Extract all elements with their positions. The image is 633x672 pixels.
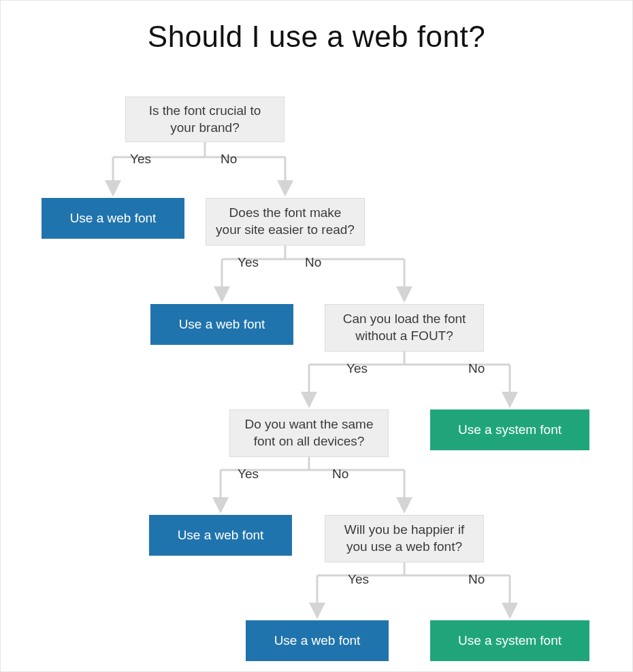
terminal-web-font-1: Use a web font [42, 198, 184, 239]
question-fout: Can you load the font without a FOUT? [325, 304, 484, 352]
edge-label-no: No [221, 152, 237, 167]
question-brand-crucial: Is the font crucial to your brand? [125, 97, 285, 142]
terminal-web-font-4: Use a web font [246, 620, 389, 661]
terminal-web-font-3: Use a web font [149, 515, 292, 556]
question-same-on-all-devices: Do you want the same font on all devices… [229, 409, 389, 457]
arrow-layer [1, 1, 633, 672]
edge-label-yes: Yes [238, 255, 259, 270]
terminal-system-font-1: Use a system font [430, 409, 589, 450]
edge-label-no: No [468, 572, 485, 587]
edge-label-yes: Yes [346, 361, 368, 376]
edge-label-yes: Yes [348, 572, 369, 587]
edge-label-no: No [468, 361, 485, 376]
flowchart-canvas: Should I use a web font? [0, 0, 633, 672]
terminal-system-font-2: Use a system font [430, 620, 589, 661]
chart-title: Should I use a web font? [1, 20, 632, 54]
terminal-web-font-2: Use a web font [150, 304, 293, 345]
question-happier: Will you be happier if you use a web fon… [325, 515, 484, 562]
question-easier-to-read: Does the font make your site easier to r… [206, 198, 365, 246]
edge-label-no: No [332, 467, 348, 482]
edge-label-no: No [305, 255, 321, 270]
edge-label-yes: Yes [130, 152, 151, 167]
edge-label-yes: Yes [238, 467, 259, 482]
